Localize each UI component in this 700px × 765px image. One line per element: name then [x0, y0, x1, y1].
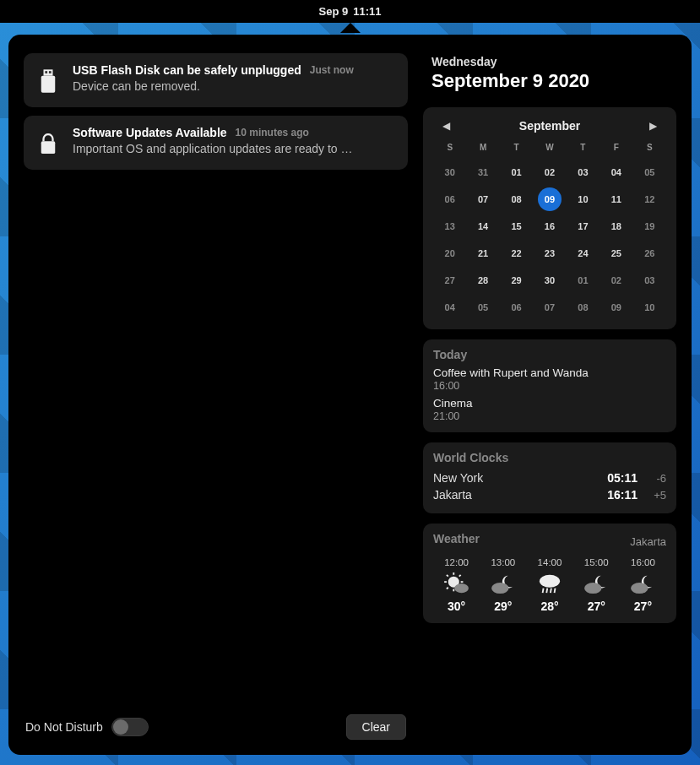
- event-item[interactable]: Coffee with Rupert and Wanda16:00: [433, 366, 666, 392]
- calendar-day[interactable]: 24: [567, 241, 600, 265]
- weather-hour: 15:0027°: [573, 557, 620, 613]
- weather-panel[interactable]: Weather Jakarta 12:0030°13:0029°14:0028°…: [423, 524, 676, 623]
- calendar-day[interactable]: 30: [533, 269, 566, 292]
- notification[interactable]: Software Updates Available10 minutes ago…: [24, 116, 408, 170]
- forecast-temp: 27°: [620, 600, 666, 613]
- calendar-day[interactable]: 06: [433, 187, 466, 211]
- do-not-disturb: Do Not Disturb: [25, 718, 149, 736]
- svg-point-14: [454, 583, 469, 593]
- weekday-header: W: [533, 139, 566, 157]
- calendar-day[interactable]: 23: [533, 241, 566, 265]
- calendar-month-label[interactable]: September: [519, 119, 580, 133]
- calendar-day[interactable]: 08: [567, 296, 600, 319]
- notification-title: USB Flash Disk can be safely unplugged: [73, 63, 301, 77]
- svg-line-10: [447, 575, 448, 577]
- calendar-day[interactable]: 15: [500, 214, 533, 238]
- today-heading: Today: [433, 348, 666, 361]
- calendar-day[interactable]: 13: [433, 214, 466, 238]
- notifications-footer: Do Not Disturb Clear: [24, 714, 408, 740]
- world-clocks-panel[interactable]: World Clocks New York05:11-6Jakarta16:11…: [423, 442, 676, 513]
- weather-heading: Weather: [433, 532, 480, 545]
- calendar-day[interactable]: 16: [533, 214, 566, 238]
- calendar-panel: ◀ September ▶ SMTWTFS3031010203040506070…: [423, 107, 676, 329]
- full-date: September 9 2020: [431, 70, 670, 92]
- calendar-day[interactable]: 11: [600, 187, 632, 211]
- svg-point-16: [540, 575, 560, 588]
- calendar-day[interactable]: 26: [633, 241, 666, 265]
- next-month-button[interactable]: ▶: [646, 120, 661, 132]
- svg-rect-3: [41, 76, 56, 93]
- calendar-day[interactable]: 03: [633, 269, 666, 292]
- notifications-column: USB Flash Disk can be safely unpluggedJu…: [24, 53, 408, 740]
- event-item[interactable]: Cinema21:00: [433, 397, 666, 422]
- calendar-day[interactable]: 25: [600, 241, 632, 265]
- calendar-day[interactable]: 06: [500, 296, 533, 319]
- calendar-day[interactable]: 05: [466, 296, 499, 319]
- calendar-day[interactable]: 01: [567, 269, 600, 292]
- weekday-header: T: [567, 139, 600, 157]
- weather-sun-icon: [433, 572, 480, 594]
- svg-rect-4: [41, 141, 56, 154]
- clear-button[interactable]: Clear: [346, 714, 406, 740]
- forecast-hour: 12:00: [433, 557, 480, 567]
- svg-line-17: [543, 589, 544, 594]
- notification-time: Just now: [310, 64, 354, 76]
- forecast-hour: 14:00: [526, 557, 572, 567]
- calendar-day[interactable]: 30: [433, 160, 466, 184]
- calendar-day[interactable]: 22: [500, 241, 533, 265]
- top-bar: Sep 9 11:11: [0, 0, 700, 23]
- world-clock-row: New York05:11-6: [433, 469, 666, 486]
- calendar-day[interactable]: 05: [633, 160, 666, 184]
- weather-cloud-moon-icon: [480, 572, 526, 594]
- lock-icon: [35, 129, 61, 160]
- calendar-day[interactable]: 12: [633, 187, 666, 211]
- svg-point-15: [491, 583, 508, 594]
- calendar-day[interactable]: 29: [500, 269, 533, 292]
- clock-city: Jakarta: [433, 488, 607, 502]
- notification[interactable]: USB Flash Disk can be safely unpluggedJu…: [24, 53, 408, 107]
- calendar-day[interactable]: 04: [600, 160, 632, 184]
- event-title: Cinema: [433, 397, 666, 410]
- calendar-day[interactable]: 19: [633, 214, 666, 238]
- prev-month-button[interactable]: ◀: [438, 120, 453, 132]
- notification-body: Device can be removed.: [73, 79, 396, 93]
- dnd-label: Do Not Disturb: [25, 720, 103, 734]
- dnd-switch[interactable]: [111, 718, 149, 736]
- calendar-day[interactable]: 09: [600, 296, 632, 319]
- calendar-day[interactable]: 28: [466, 269, 499, 292]
- calendar-day[interactable]: 03: [567, 160, 600, 184]
- weekday-header: T: [500, 139, 533, 157]
- forecast-temp: 28°: [526, 600, 572, 613]
- topbar-time[interactable]: 11:11: [353, 5, 381, 18]
- calendar-day-today[interactable]: 09: [538, 187, 562, 211]
- calendar-day[interactable]: 18: [600, 214, 632, 238]
- weather-hour: 14:0028°: [526, 557, 572, 613]
- calendar-day[interactable]: 01: [500, 160, 533, 184]
- forecast-hour: 13:00: [480, 557, 526, 567]
- notification-body: Important OS and application updates are…: [73, 142, 396, 155]
- today-panel[interactable]: Today Coffee with Rupert and Wanda16:00C…: [423, 339, 676, 432]
- calendar-day[interactable]: 10: [567, 187, 600, 211]
- calendar-day[interactable]: 07: [533, 296, 566, 319]
- calendar-day[interactable]: 04: [433, 296, 466, 319]
- weather-hour: 16:0027°: [620, 557, 666, 613]
- weekday-header: F: [600, 139, 632, 157]
- calendar-day[interactable]: 07: [466, 187, 499, 211]
- calendar-day[interactable]: 20: [433, 241, 466, 265]
- forecast-hour: 15:00: [573, 557, 620, 567]
- calendar-day[interactable]: 27: [433, 269, 466, 292]
- calendar-day[interactable]: 02: [600, 269, 632, 292]
- calendar-day[interactable]: 10: [633, 296, 666, 319]
- calendar-day[interactable]: 14: [466, 214, 499, 238]
- topbar-date[interactable]: Sep 9: [319, 5, 349, 18]
- weather-cloud-moon-icon: [573, 572, 620, 594]
- svg-line-19: [551, 589, 551, 594]
- weekday-header: S: [433, 139, 466, 157]
- calendar-day[interactable]: 08: [500, 187, 533, 211]
- calendar-day[interactable]: 17: [567, 214, 600, 238]
- calendar-day[interactable]: 21: [466, 241, 499, 265]
- clock-time: 05:11: [607, 471, 638, 485]
- weather-hour: 12:0030°: [433, 557, 480, 613]
- calendar-day[interactable]: 02: [533, 160, 566, 184]
- calendar-day[interactable]: 31: [466, 160, 499, 184]
